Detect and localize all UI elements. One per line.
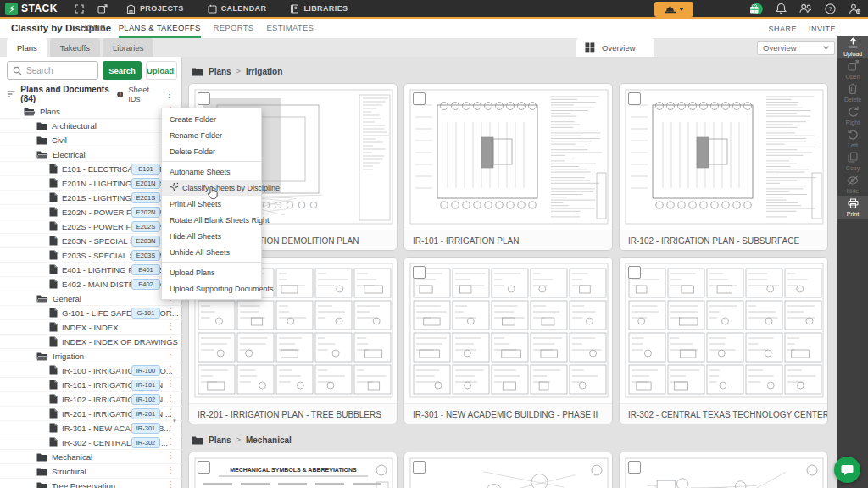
- topnav-calendar[interactable]: CALENDAR: [199, 4, 275, 14]
- tree-sheet-ir-201-irrigation-plan[interactable]: IR-201 - IRRIGATION PLAN ...IR-201⋮: [0, 407, 182, 421]
- tree-folder-plans[interactable]: Plans⋮: [0, 104, 182, 119]
- toolbar-open-button[interactable]: Open: [837, 58, 868, 81]
- sheet-ids-toggle[interactable]: Sheet IDs: [128, 85, 159, 103]
- info-icon[interactable]: i: [117, 91, 124, 98]
- tree-folder-civil[interactable]: Civil⋮: [0, 133, 182, 147]
- nav-plans-takeoffs[interactable]: PLANS & TAKEOFFS: [119, 19, 201, 38]
- toolbar-delete-button[interactable]: Delete: [837, 81, 868, 104]
- nav-estimates[interactable]: ESTIMATES: [266, 19, 314, 38]
- tree-sheet-e202n-power-floor-p[interactable]: E202N - POWER FLOOR P...E202N⋮: [0, 205, 182, 219]
- documents-menu-icon[interactable]: ⋮: [164, 90, 175, 99]
- menu-item-classify-sheets-by-discipline[interactable]: Classify Sheets by Discipline: [162, 180, 261, 196]
- menu-item-upload-supporting-documents[interactable]: Upload Supporting Documents: [162, 280, 261, 297]
- tree-folder-structural[interactable]: Structural⋮: [0, 464, 182, 479]
- bell-icon[interactable]: [772, 3, 790, 14]
- external-link-icon[interactable]: [94, 4, 111, 14]
- nav-reports[interactable]: REPORTS: [214, 19, 254, 38]
- expand-icon[interactable]: [71, 4, 87, 14]
- tree-folder-architectural[interactable]: Architectural⋮: [0, 119, 182, 133]
- topnav-projects[interactable]: PROJECTS: [118, 4, 192, 14]
- menu-item-print-all-sheets[interactable]: Print All Sheets: [162, 196, 261, 212]
- row-menu-icon[interactable]: ⋮: [164, 321, 176, 330]
- tree-sheet-ir-102-irrigation-plan[interactable]: IR-102 - IRRIGATION PLAN ...IR-102⋮: [0, 392, 182, 407]
- tree-sheet-e402-main-distributio[interactable]: E402 - MAIN DISTRIBUTIO...E402⋮: [0, 277, 182, 291]
- row-menu-icon[interactable]: ⋮: [164, 364, 176, 374]
- tab-libraries[interactable]: Libraries: [103, 38, 153, 57]
- sidebar-upload-button[interactable]: Upload: [146, 61, 177, 80]
- tab-plans[interactable]: Plans: [7, 38, 47, 57]
- breadcrumb-segment[interactable]: Plans: [209, 435, 231, 445]
- toolbar-upload-button[interactable]: Upload: [837, 36, 868, 58]
- tree-sheet-g-101-life-safety-floor[interactable]: G-101 - LIFE SAFETY FLOOR...G-101⋮: [0, 306, 182, 320]
- tree-folder-general[interactable]: General⋮: [0, 291, 182, 306]
- gift-icon[interactable]: [745, 3, 766, 15]
- row-menu-icon[interactable]: ⋮: [164, 451, 176, 460]
- toolbar-right-button[interactable]: Right: [837, 104, 868, 127]
- row-menu-icon[interactable]: ⋮: [164, 307, 176, 316]
- row-menu-icon[interactable]: ⋮: [164, 480, 176, 488]
- menu-item-autoname-sheets[interactable]: Autoname Sheets: [162, 164, 261, 180]
- sheet-card-ir-302[interactable]: IR-302 - CENTRAL TEXAS TECHNOLOGY CENTER: [619, 257, 828, 424]
- sort-icon[interactable]: [7, 90, 15, 98]
- sheet-checkbox[interactable]: [628, 266, 641, 279]
- row-menu-icon[interactable]: ⋮: [164, 436, 176, 446]
- sheet-checkbox[interactable]: [413, 461, 426, 474]
- row-menu-icon[interactable]: ⋮: [164, 393, 176, 402]
- toolbar-left-button[interactable]: Left: [837, 127, 868, 150]
- tab-takeoffs[interactable]: Takeoffs: [50, 38, 100, 57]
- menu-item-hide-all-sheets[interactable]: Hide All Sheets: [162, 228, 261, 244]
- search-button[interactable]: Search: [103, 61, 142, 80]
- view-select[interactable]: Overview: [757, 41, 835, 55]
- topnav-libraries[interactable]: LIBRARIES: [281, 4, 356, 14]
- sheet-checkbox[interactable]: [628, 461, 641, 474]
- breadcrumb-segment[interactable]: Plans: [209, 67, 231, 76]
- nav-home[interactable]: HOME: [81, 19, 106, 38]
- tree-sheet-e201n-lighting-floor[interactable]: E201N - LIGHTING FLOOR ...E201N⋮: [0, 176, 182, 191]
- account-settings-icon[interactable]: [845, 3, 865, 14]
- share-button[interactable]: SHARE: [768, 25, 797, 33]
- search-input[interactable]: [26, 66, 87, 75]
- breadcrumb-segment[interactable]: Irrigation: [246, 67, 282, 76]
- sheet-checkbox[interactable]: [198, 461, 210, 474]
- chat-button[interactable]: [834, 457, 860, 483]
- sheet-card-ir-101[interactable]: IR-101 - IRRIGATION PLAN: [403, 83, 613, 251]
- row-menu-icon[interactable]: ⋮: [164, 408, 176, 417]
- sheet-checkbox[interactable]: [628, 92, 641, 105]
- tree-sheet-ir-101-irrigation-plan[interactable]: IR-101 - IRRIGATION PLANIR-101⋮: [0, 378, 182, 392]
- menu-item-upload-plans[interactable]: Upload Plans: [162, 264, 261, 280]
- breadcrumb-segment[interactable]: Mechanical: [246, 435, 292, 445]
- overview-tab[interactable]: Overview: [576, 38, 654, 57]
- tree-folder-electrical[interactable]: Electrical⋮: [0, 147, 182, 162]
- sheet-card-mech-1[interactable]: [403, 452, 613, 488]
- tree-sheet-e401-lighting-fixture-s[interactable]: E401 - LIGHTING FIXTURE S...E401⋮: [0, 263, 182, 277]
- tree-folder-mechanical[interactable]: Mechanical⋮: [0, 450, 182, 464]
- tree-sheet-e202s-power-floor-p[interactable]: E202S - POWER FLOOR P...E202S⋮: [0, 219, 182, 234]
- invite-button[interactable]: INVITE: [809, 25, 836, 33]
- row-menu-icon[interactable]: ⋮: [164, 350, 176, 359]
- stack-logo[interactable]: STACK: [5, 3, 58, 15]
- menu-item-unhide-all-sheets[interactable]: Unhide All Sheets: [162, 244, 261, 260]
- hardhat-menu-button[interactable]: [654, 2, 693, 17]
- tree-sheet-e201s-lighting-floor[interactable]: E201S - LIGHTING FLOOR ...E201S⋮: [0, 191, 182, 205]
- sheet-card-ir-102[interactable]: IR-102 - IRRIGATION PLAN - SUBSURFACE: [619, 83, 828, 251]
- sheet-checkbox[interactable]: [413, 266, 426, 279]
- tree-sheet-e203n-special-syste[interactable]: E203N - SPECIAL SYSTE...E203N⋮: [0, 234, 182, 248]
- tree-sheet-index-index[interactable]: INDEX - INDEX⋮: [0, 320, 182, 335]
- tree-sheet-ir-302-central-texas[interactable]: IR-302 - CENTRAL TEXAS ...IR-302⋮: [0, 435, 182, 450]
- menu-item-create-folder[interactable]: Create Folder: [162, 111, 261, 127]
- tree-scroll-down-icon[interactable]: ▼: [172, 419, 177, 424]
- users-icon[interactable]: [796, 3, 815, 14]
- menu-item-delete-folder[interactable]: Delete Folder: [162, 143, 261, 159]
- sheet-card-mech-0[interactable]: MECHANICAL SYMBOLS & ABBREVIATIONS: [188, 452, 398, 488]
- toolbar-print-button[interactable]: Print: [837, 196, 868, 219]
- sheet-card-ir-301[interactable]: IR-301 - NEW ACADEMIC BUILDING - PHASE I…: [403, 257, 613, 424]
- tree-sheet-e203s-special-system[interactable]: E203S - SPECIAL SYSTEM...E203S⋮: [0, 248, 182, 263]
- tree-folder-tree-preservation[interactable]: Tree Preservation⋮: [0, 479, 182, 488]
- row-menu-icon[interactable]: ⋮: [164, 379, 176, 388]
- row-menu-icon[interactable]: ⋮: [164, 336, 176, 345]
- tree-sheet-index-index-of-drawings[interactable]: INDEX - INDEX OF DRAWINGS⋮: [0, 335, 182, 349]
- tree-sheet-e101-electrical-site-plan[interactable]: E101 - ELECTRICAL SITE PLANE101⋮: [0, 162, 182, 176]
- tree-folder-irrigation[interactable]: Irrigation⋮: [0, 349, 182, 363]
- tree-sheet-ir-100-irrigation-demo[interactable]: IR-100 - IRRIGATION DEMO...IR-100⋮: [0, 363, 182, 378]
- row-menu-icon[interactable]: ⋮: [164, 465, 176, 474]
